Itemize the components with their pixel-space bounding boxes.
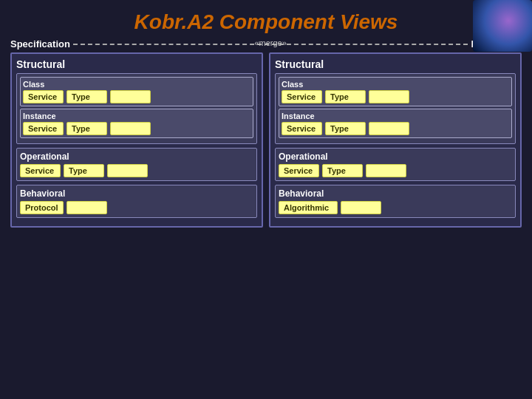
real-behavioral-row: Algorithmic xyxy=(279,201,512,214)
spec-operational-label: Operational xyxy=(20,151,253,162)
real-operational-section: Operational Service Type xyxy=(275,148,516,181)
spec-instance-row: Service Type xyxy=(23,122,250,135)
real-instance-row: Service Type xyxy=(282,122,509,135)
real-operational-label: Operational xyxy=(279,151,512,162)
real-algorithmic-box: Algorithmic xyxy=(279,201,338,214)
real-op-type-box: Type xyxy=(322,164,363,177)
real-class-label: Class xyxy=(282,80,509,89)
real-structural-section: Class Service Type Instance Service Type xyxy=(275,73,516,144)
merge-row: Specification «merge» Realization xyxy=(0,38,532,50)
spec-behavioral-row: Protocol xyxy=(20,201,253,214)
spec-instance-subsection: Instance Service Type xyxy=(20,109,253,138)
real-class-type-box: Type xyxy=(325,90,366,103)
real-behavioral-label: Behavioral xyxy=(279,188,512,199)
spec-behavioral-section: Behavioral Protocol xyxy=(16,185,257,218)
spec-class-service-box: Service xyxy=(23,90,64,103)
real-behavioral-empty-box xyxy=(341,201,381,214)
merge-text: «merge» xyxy=(254,38,286,47)
spec-op-service-box: Service xyxy=(20,164,61,177)
real-instance-subsection: Instance Service Type xyxy=(279,109,512,138)
real-behavioral-section: Behavioral Algorithmic xyxy=(275,185,516,218)
real-instance-type-box: Type xyxy=(325,122,366,135)
spec-col-header: Structural xyxy=(16,58,257,70)
merge-line: «merge» xyxy=(73,44,468,45)
real-instance-label: Instance xyxy=(282,112,509,120)
spec-class-empty-box xyxy=(110,90,151,103)
spec-instance-type-box: Type xyxy=(66,122,107,135)
spec-op-empty-box xyxy=(107,164,148,177)
spec-instance-label: Instance xyxy=(23,112,250,120)
spec-operational-row: Service Type xyxy=(20,164,253,177)
background-image xyxy=(473,0,532,52)
real-class-service-box: Service xyxy=(282,90,322,103)
real-class-subsection: Class Service Type xyxy=(279,77,512,106)
spec-structural-section: Class Service Type Instance Service Type xyxy=(16,73,257,144)
spec-class-type-box: Type xyxy=(66,90,107,103)
real-col-header: Structural xyxy=(275,58,516,70)
columns-container: Structural Class Service Type Instance S… xyxy=(0,52,532,228)
spec-op-type-box: Type xyxy=(64,164,104,177)
realization-column: Structural Class Service Type Instance S… xyxy=(269,52,522,228)
page-title: Kobr.A2 Component Views xyxy=(0,0,532,38)
spec-class-label: Class xyxy=(23,80,250,89)
spec-behavioral-empty-box xyxy=(66,201,107,214)
spec-instance-empty-box xyxy=(110,122,151,135)
spec-instance-service-box: Service xyxy=(23,122,64,135)
spec-class-subsection: Class Service Type xyxy=(20,77,253,106)
spec-protocol-box: Protocol xyxy=(20,201,64,214)
real-op-empty-box xyxy=(366,164,406,177)
real-instance-service-box: Service xyxy=(282,122,322,135)
spec-behavioral-label: Behavioral xyxy=(20,188,253,199)
spec-label: Specification xyxy=(10,38,70,50)
spec-class-row: Service Type xyxy=(23,90,250,103)
spec-operational-section: Operational Service Type xyxy=(16,148,257,181)
real-class-row: Service Type xyxy=(282,90,509,103)
real-class-empty-box xyxy=(369,90,409,103)
real-operational-row: Service Type xyxy=(279,164,512,177)
real-instance-empty-box xyxy=(369,122,409,135)
real-op-service-box: Service xyxy=(279,164,319,177)
specification-column: Structural Class Service Type Instance S… xyxy=(10,52,263,228)
